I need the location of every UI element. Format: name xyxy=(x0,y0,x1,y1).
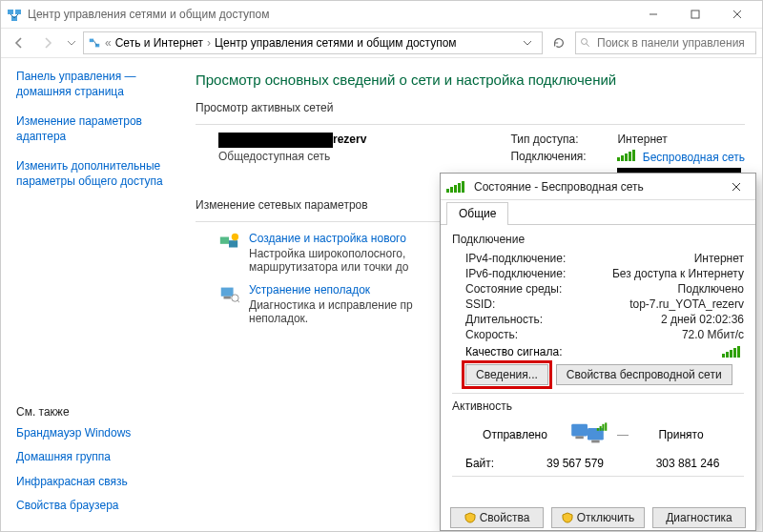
activity-icon xyxy=(567,419,608,451)
address-dropdown[interactable] xyxy=(517,32,538,53)
status-dialog: Состояние - Беспроводная сеть Общие Подк… xyxy=(440,173,756,531)
signal-quality-label: Качество сигнала: xyxy=(452,345,722,358)
svg-line-19 xyxy=(237,300,239,302)
details-button[interactable]: Сведения... xyxy=(465,364,548,385)
address-bar[interactable]: « Сеть и Интернет › Центр управления сет… xyxy=(83,31,543,54)
svg-point-15 xyxy=(232,234,238,240)
ipv6-label: IPv6-подключение: xyxy=(452,267,610,280)
bytes-received-value: 303 881 246 xyxy=(631,457,744,470)
dialog-title: Состояние - Беспроводная сеть xyxy=(474,180,717,194)
tabstrip: Общие xyxy=(441,200,755,225)
diagnostics-button[interactable]: Диагностика xyxy=(652,507,746,528)
sidebar: Панель управления — домашняя страница Из… xyxy=(1,58,190,531)
sidebar-link-sharing[interactable]: Изменить дополнительные параметры общего… xyxy=(16,159,182,189)
maximize-icon xyxy=(691,10,700,19)
svg-rect-29 xyxy=(605,422,607,430)
crumb-sep: « xyxy=(105,36,112,50)
bytes-sent-value: 39 567 579 xyxy=(519,457,631,470)
divider xyxy=(452,393,744,394)
network-type: Общедоступная сеть xyxy=(218,150,366,163)
svg-rect-27 xyxy=(600,426,602,431)
sidebar-link-home[interactable]: Панель управления — домашняя страница xyxy=(16,70,182,99)
divider xyxy=(196,124,745,125)
media-state-label: Состояние среды: xyxy=(452,282,610,296)
dialog-body: Подключение IPv4-подключение:Интернет IP… xyxy=(441,225,755,507)
connection-link[interactable]: Беспроводная сеть xyxy=(617,150,745,164)
svg-rect-28 xyxy=(602,424,604,431)
svg-rect-22 xyxy=(571,424,588,437)
sent-label: Отправлено xyxy=(472,428,558,441)
troubleshoot-icon xyxy=(218,283,239,304)
ipv6-value: Без доступа к Интернету xyxy=(610,267,744,280)
window-title: Центр управления сетями и общим доступом xyxy=(28,8,632,21)
window-root: Центр управления сетями и общим доступом… xyxy=(0,0,763,532)
svg-rect-9 xyxy=(90,39,93,43)
close-icon xyxy=(732,182,741,192)
nav-forward-button[interactable] xyxy=(35,31,60,55)
redacted-block xyxy=(218,133,333,148)
chevron-down-icon xyxy=(523,38,532,48)
see-also-browser[interactable]: Свойства браузера xyxy=(16,499,182,514)
shield-icon xyxy=(562,512,573,523)
svg-point-11 xyxy=(582,39,588,45)
crumb-sep: › xyxy=(207,36,211,50)
svg-rect-14 xyxy=(229,240,237,247)
breadcrumb-current[interactable]: Центр управления сетями и общим доступом xyxy=(215,36,457,50)
speed-value: 72.0 Мбит/с xyxy=(610,328,744,341)
minimize-button[interactable] xyxy=(632,1,674,28)
breadcrumb-parent[interactable]: Сеть и Интернет xyxy=(115,36,203,50)
nav-back-button[interactable] xyxy=(7,31,31,55)
signal-icon xyxy=(446,181,464,193)
see-also-firewall[interactable]: Брандмауэр Windows xyxy=(16,426,182,441)
svg-rect-6 xyxy=(691,10,699,18)
svg-rect-25 xyxy=(591,440,599,443)
divider xyxy=(452,476,744,477)
shield-icon xyxy=(464,512,476,523)
param-new-connection-desc: Настройка широкополосного, маршрутизатор… xyxy=(249,247,468,274)
page-heading: Просмотр основных сведений о сети и наст… xyxy=(196,72,745,88)
svg-rect-17 xyxy=(224,297,231,299)
svg-rect-1 xyxy=(15,10,21,14)
maximize-button[interactable] xyxy=(674,1,716,28)
sidebar-link-adapter[interactable]: Изменение параметров адаптера xyxy=(16,114,182,144)
titlebar: Центр управления сетями и общим доступом xyxy=(1,1,762,28)
network-name: rezerv xyxy=(218,133,366,148)
search-input[interactable] xyxy=(595,35,752,51)
new-connection-icon xyxy=(218,232,239,253)
dialog-button-bar: Свойства Отключить Диагностика xyxy=(441,507,755,530)
svg-rect-2 xyxy=(11,16,17,21)
active-networks-label: Просмотр активных сетей xyxy=(196,101,745,114)
signal-icon xyxy=(617,150,635,161)
see-also-heading: См. также xyxy=(16,405,182,419)
param-new-connection-title: Создание и настройка нового xyxy=(249,232,468,245)
refresh-button[interactable] xyxy=(546,31,571,55)
wireless-properties-button[interactable]: Свойства беспроводной сети xyxy=(556,364,732,385)
speed-label: Скорость: xyxy=(452,328,610,341)
access-type-label: Тип доступа: xyxy=(510,133,606,146)
see-also-homegroup[interactable]: Домашняя группа xyxy=(16,450,182,465)
media-state-value: Подключено xyxy=(610,282,744,296)
properties-button[interactable]: Свойства xyxy=(450,507,544,528)
chevron-down-icon xyxy=(67,38,76,48)
nav-history-dropdown[interactable] xyxy=(64,31,79,55)
received-label: Принято xyxy=(638,428,724,441)
close-button[interactable] xyxy=(716,1,758,28)
signal-quality-icon xyxy=(722,346,740,358)
toolbar: « Сеть и Интернет › Центр управления сет… xyxy=(1,28,762,58)
refresh-icon xyxy=(552,36,566,50)
network-center-icon xyxy=(7,7,22,22)
network-icon xyxy=(88,36,101,50)
param-troubleshoot-desc: Диагностика и исправление пр неполадок. xyxy=(249,298,468,325)
see-also-infrared[interactable]: Инфракрасная связь xyxy=(16,475,182,490)
connections-label: Подключения: xyxy=(510,150,606,164)
svg-rect-13 xyxy=(220,237,229,244)
group-connection-label: Подключение xyxy=(452,233,744,246)
duration-value: 2 дней 02:02:36 xyxy=(610,313,744,326)
arrow-right-icon xyxy=(40,35,55,51)
search-box[interactable] xyxy=(575,31,756,54)
tab-general[interactable]: Общие xyxy=(446,202,508,225)
group-activity-label: Активность xyxy=(452,399,744,413)
dialog-close-button[interactable] xyxy=(723,174,750,200)
svg-rect-23 xyxy=(575,436,583,439)
disable-button[interactable]: Отключить xyxy=(551,507,645,528)
